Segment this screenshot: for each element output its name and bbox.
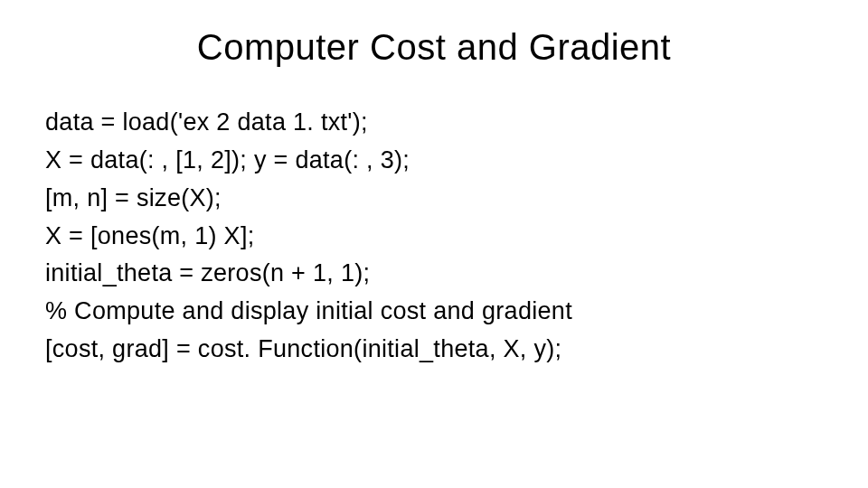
slide-title: Computer Cost and Gradient <box>45 27 823 68</box>
code-line-7: [cost, grad] = cost. Function(initial_th… <box>45 331 823 369</box>
code-block: data = load('ex 2 data 1. txt'); X = dat… <box>45 104 823 369</box>
code-line-6: % Compute and display initial cost and g… <box>45 293 823 331</box>
code-line-2: X = data(: , [1, 2]); y = data(: , 3); <box>45 142 823 180</box>
code-line-5: initial_theta = zeros(n + 1, 1); <box>45 255 823 293</box>
code-line-3: [m, n] = size(X); <box>45 180 823 218</box>
slide-container: Computer Cost and Gradient data = load('… <box>0 0 868 488</box>
code-line-4: X = [ones(m, 1) X]; <box>45 218 823 256</box>
code-line-1: data = load('ex 2 data 1. txt'); <box>45 104 823 142</box>
